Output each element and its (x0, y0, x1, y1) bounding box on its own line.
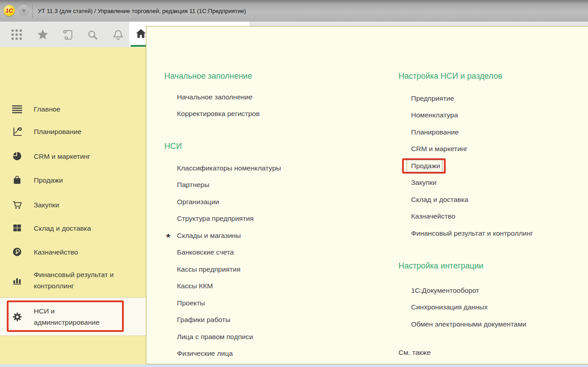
sections-sidebar: Главное Планирование CRM и маркетинг Про… (0, 47, 146, 364)
menu-item-prodazhi[interactable]: Продажи (398, 157, 533, 175)
favorites-star-icon (36, 28, 49, 41)
ruble-circle-icon (12, 246, 23, 257)
menu-item-1c-dokumentooborot[interactable]: 1С:Документооборот (398, 282, 526, 299)
menu-item-zakupki[interactable]: Закупки (398, 175, 533, 192)
search-icon (86, 29, 99, 41)
menu-item-klassifikatory-nomenklatury[interactable]: Классификаторы номенклатуры (164, 160, 281, 177)
chevron-down-icon (22, 9, 26, 13)
favorites-button[interactable] (35, 27, 51, 42)
shopping-bag-icon (12, 175, 23, 185)
sidebar-item-purchases[interactable]: Закупки (0, 197, 146, 213)
menu-item-sinkhronizatsiya-dannykh[interactable]: Синхронизация данных (398, 299, 526, 316)
app-window: 1С УТ 11.3 (для статей) / Управление тор… (0, 0, 588, 367)
notifications-bell-icon (112, 29, 124, 41)
menu-item-finansovyy-rezultat[interactable]: Финансовый результат и контроллинг (398, 225, 533, 242)
menu-item-kaznacheystvo[interactable]: Казначейство (398, 208, 533, 225)
warehouse-boxes-icon (12, 223, 23, 233)
sidebar-item-warehouse-delivery[interactable]: Склад и доставка (0, 220, 146, 236)
section-items: Предприятие Номенклатура Планирование CR… (398, 90, 533, 242)
shopping-cart-icon (12, 199, 23, 210)
window-title: УТ 11.3 (для статей) / Управление торгов… (38, 0, 246, 22)
menu-column-1: Начальное заполнение Начальное заполнени… (164, 27, 358, 364)
section-items: 1С:Документооборот Синхронизация данных … (398, 282, 526, 333)
section-items: Начальное заполнение Корректировка регис… (164, 89, 260, 122)
favorite-star-icon: ★ (165, 232, 171, 240)
menu-item-bankovskie-scheta[interactable]: Банковские счета (164, 244, 281, 261)
search-button[interactable] (84, 27, 100, 42)
menu-item-sklad-i-dostavka[interactable]: Склад и доставка (398, 191, 533, 208)
sidebar-item-financial-result[interactable]: Финансовый результат и контроллинг (0, 268, 146, 293)
apps-menu-button[interactable] (9, 27, 25, 42)
menu-item-litsa-s-pravom-podpisi[interactable]: Лица с правом подписи (164, 328, 281, 345)
menu-item-nomenklatura[interactable]: Номенклатура (398, 107, 533, 124)
section-header-initial-fill: Начальное заполнение (164, 72, 252, 81)
1c-logo-icon: 1С (4, 5, 15, 16)
menu-item-crm-i-marketing[interactable]: CRM и маркетинг (398, 141, 533, 158)
planning-chart-icon (12, 126, 23, 137)
system-menu-button[interactable] (18, 5, 29, 16)
menu-column-2: Настройка НСИ и разделов Предприятие Ном… (398, 27, 588, 364)
menu-item-fizicheskie-litsa[interactable]: Физические лица (164, 345, 281, 363)
menu-item-organizatsii[interactable]: Организации (164, 193, 281, 210)
history-scroll-icon (62, 29, 74, 41)
notifications-button[interactable] (110, 27, 126, 42)
window-bottom-edge (0, 364, 588, 367)
sidebar-item-sales[interactable]: Продажи (0, 172, 146, 188)
section-items: Классификаторы номенклатуры Партнеры Орг… (164, 160, 281, 362)
sidebar-item-nsi-administration[interactable]: НСИ и администрирование (0, 297, 146, 336)
pie-chart-icon (12, 151, 23, 161)
menu-item-struktura-predpriyatiya[interactable]: Структура предприятия (164, 210, 281, 228)
section-header-nsi-settings: Настройка НСИ и разделов (398, 72, 502, 81)
section-header-integration: Настройка интеграции (398, 261, 484, 271)
gear-icon (12, 311, 23, 322)
menu-lines-icon (12, 103, 23, 114)
menu-item-predpriyatie[interactable]: Предприятие (398, 90, 533, 107)
bar-chart-icon (12, 275, 23, 286)
menu-item-partnery[interactable]: Партнеры (164, 177, 281, 194)
menu-item-kassy-predpriyatiya[interactable]: Кассы предприятия (164, 261, 281, 278)
history-button[interactable] (59, 27, 76, 42)
see-also-label: См. также (398, 349, 431, 357)
home-icon (135, 27, 147, 40)
titlebar-divider (32, 4, 33, 18)
sidebar-item-planning[interactable]: Планирование (0, 123, 146, 139)
menu-item-proekty[interactable]: Проекты (164, 295, 281, 312)
menu-item-planirovanie[interactable]: Планирование (398, 124, 533, 141)
sidebar-item-treasury[interactable]: Казначейство (0, 244, 146, 260)
menu-item-kassy-kkm[interactable]: Кассы ККМ (164, 278, 281, 295)
menu-item-nachalnoe-zapolnenie[interactable]: Начальное заполнение (164, 89, 260, 106)
menu-item-korrektirovka-registrov[interactable]: Корректировка регистров (164, 106, 260, 123)
sidebar-item-crm-marketing[interactable]: CRM и маркетинг (0, 148, 146, 164)
section-menu-panel: Начальное заполнение Начальное заполнени… (146, 26, 588, 364)
menu-item-sklady-i-magaziny[interactable]: ★Склады и магазины (164, 227, 281, 244)
apps-grid-icon (11, 29, 23, 40)
section-header-nsi: НСИ (164, 142, 182, 151)
menu-item-obmen-elektronnymi-dokumentami[interactable]: Обмен электронными документами (398, 316, 526, 333)
sidebar-item-main[interactable]: Главное (0, 101, 146, 117)
menu-item-grafiki-raboty[interactable]: Графики работы (164, 312, 281, 329)
titlebar: 1С УТ 11.3 (для статей) / Управление тор… (0, 0, 588, 22)
